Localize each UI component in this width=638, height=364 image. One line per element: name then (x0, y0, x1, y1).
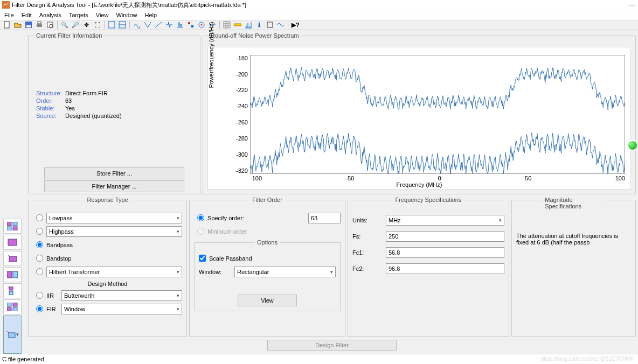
svg-rect-11 (191, 25, 193, 27)
fir-select[interactable]: Window (61, 304, 182, 314)
window-title: Filter Design & Analysis Tool - [E:\work… (12, 1, 246, 9)
svg-rect-28 (7, 307, 11, 311)
cfi-title: Current Filter Information (34, 32, 104, 39)
menu-analysis[interactable]: Analysis (39, 12, 61, 18)
svg-rect-31 (250, 55, 625, 174)
window-select[interactable]: Rectangular (234, 267, 336, 277)
new-icon[interactable] (2, 20, 12, 29)
resp4-icon[interactable] (164, 20, 174, 29)
ruler-icon[interactable] (233, 20, 242, 29)
plot-title: Round-off Noise Power Spectrum (209, 32, 301, 39)
svg-rect-20 (8, 239, 17, 246)
design-filter-button[interactable]: Design Filter (267, 340, 397, 351)
save-icon[interactable] (24, 20, 33, 29)
menu-targets[interactable]: Targets (69, 12, 88, 18)
grid-icon[interactable] (222, 20, 232, 29)
tool2-icon[interactable] (117, 20, 127, 29)
order-input[interactable]: 63 (308, 213, 341, 223)
box-icon[interactable] (265, 20, 275, 29)
freq-spec-panel: Frequency Specifications Units:MHz Fs:25… (348, 200, 509, 337)
zoomin-icon[interactable]: 🔍 (60, 20, 70, 29)
x-ticks: -100-50050100 (250, 175, 625, 181)
svg-point-13 (201, 24, 203, 26)
order-value: 63 (65, 97, 196, 104)
highpass-radio[interactable] (36, 228, 43, 235)
minimize-button[interactable]: — (629, 1, 635, 8)
filter-manager-button[interactable]: Filter Manager ... (44, 180, 184, 192)
fc1-input[interactable]: 56.8 (386, 247, 504, 258)
open-icon[interactable] (13, 20, 23, 29)
pan-icon[interactable]: ✥ (81, 20, 91, 29)
resp3-icon[interactable] (154, 20, 163, 29)
menu-edit[interactable]: Edit (22, 12, 32, 18)
bandstop-radio[interactable] (36, 255, 43, 262)
help-icon[interactable]: ▶? (290, 20, 300, 29)
units-select[interactable]: MHz (386, 215, 504, 226)
watermark: https://blog.csdn.net/wei @51CTO博客 (541, 355, 634, 363)
bandpass-radio[interactable] (36, 241, 43, 248)
fs-input[interactable]: 250 (386, 231, 504, 242)
side-icon-1[interactable] (3, 219, 22, 234)
side-icon-4[interactable] (3, 267, 22, 282)
menu-window[interactable]: Window (116, 12, 137, 18)
resp5-icon[interactable] (175, 20, 185, 29)
app-icon (2, 1, 10, 9)
printpreview-icon[interactable] (45, 20, 55, 29)
structure-label: Structure: (36, 90, 62, 96)
opts-title: Options (255, 239, 280, 246)
store-filter-button[interactable]: Store Filter ... (44, 167, 184, 179)
view-button[interactable]: View (238, 295, 297, 306)
plot-area[interactable]: Power/frequency (dB/Hz) -180-200-220-240… (207, 47, 631, 190)
fir-radio[interactable] (36, 305, 43, 312)
lowpass-radio[interactable] (36, 214, 43, 221)
iir-radio[interactable] (36, 292, 43, 299)
stable-value: Yes (65, 105, 196, 111)
bandpass-label: Bandpass (46, 242, 73, 248)
resp1-icon[interactable] (132, 20, 142, 29)
svg-rect-17 (13, 222, 17, 226)
svg-rect-4 (37, 24, 42, 27)
wave-icon[interactable] (276, 20, 286, 29)
svg-rect-24 (9, 286, 13, 290)
fs-title: Frequency Specifications (393, 197, 464, 203)
print-icon[interactable] (34, 20, 44, 29)
resp6-icon[interactable] (186, 20, 196, 29)
menu-view[interactable]: View (96, 12, 109, 18)
chart-icon[interactable] (244, 20, 253, 29)
scale-passband-check[interactable] (199, 255, 206, 262)
svg-rect-27 (13, 303, 17, 306)
tool1-icon[interactable] (107, 20, 116, 29)
toolbar: 🔍 🔎 ✥ ⛶ ℹ ▶? (0, 20, 638, 30)
side-icon-6[interactable] (3, 299, 22, 314)
hilbert-select[interactable]: Hilbert Transformer (46, 267, 182, 277)
menu-help[interactable]: Help (145, 12, 157, 18)
iir-select[interactable]: Butterworth (61, 290, 182, 301)
mag-spec-panel: Magnitude Specifications The attenuation… (511, 200, 636, 337)
help-ball-icon[interactable] (627, 140, 638, 151)
svg-rect-5 (38, 22, 41, 24)
fo-title: Filter Order (250, 197, 285, 203)
side-icon-2[interactable] (3, 235, 22, 250)
fc2-input[interactable]: 96.8 (386, 263, 504, 274)
ms-title: Magnitude Specifications (543, 197, 605, 209)
menu-file[interactable]: File (4, 12, 14, 18)
side-icon-7[interactable] (3, 316, 22, 354)
lowpass-select[interactable]: Lowpass (46, 213, 182, 223)
x-axis-label: Frequency (MHz) (397, 181, 442, 188)
highpass-select[interactable]: Highpass (46, 226, 182, 237)
svg-rect-3 (26, 25, 31, 27)
plot-panel: Round-off Noise Power Spectrum Power/fre… (203, 36, 636, 194)
side-icon-3[interactable] (3, 251, 22, 266)
y-axis-label: Power/frequency (dB/Hz) (208, 22, 214, 88)
specify-order-radio[interactable] (197, 214, 204, 221)
resp2-icon[interactable] (143, 20, 152, 29)
zoomfull-icon[interactable]: ⛶ (92, 20, 102, 29)
info-icon[interactable]: ℹ (254, 20, 264, 29)
zoomout-icon[interactable]: 🔎 (71, 20, 80, 29)
noise-chart (250, 55, 625, 174)
side-icon-5[interactable] (3, 283, 22, 298)
resp7-icon[interactable] (197, 20, 206, 29)
svg-rect-10 (188, 22, 190, 24)
svg-rect-23 (13, 271, 18, 278)
hilbert-radio[interactable] (36, 268, 43, 275)
